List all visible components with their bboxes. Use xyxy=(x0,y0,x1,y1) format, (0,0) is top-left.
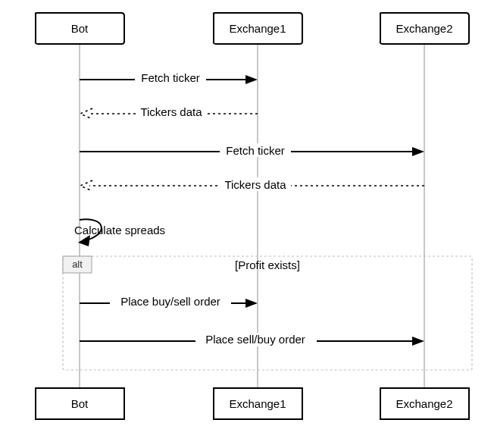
message-label: Fetch ticker xyxy=(141,71,200,84)
sequence-diagram: Bot Exchange1 Exchange2 Bot Exchange1 Ex… xyxy=(0,0,494,448)
message-fetch-ticker-2: Fetch ticker xyxy=(80,143,424,157)
participant-ex2-bottom: Exchange2 xyxy=(380,388,469,419)
alt-tag-label: alt xyxy=(72,258,83,270)
participant-bot-label-top: Bot xyxy=(71,22,89,35)
participant-ex1-bottom: Exchange1 xyxy=(214,388,302,419)
message-place-sell-buy: Place sell/buy order xyxy=(80,333,424,346)
participant-ex2-top: Exchange2 xyxy=(380,13,469,44)
arrow-left-open-icon xyxy=(80,180,92,191)
arrow-right-icon xyxy=(245,75,258,84)
participant-bot-top: Bot xyxy=(36,13,124,44)
participant-ex2-label-bottom: Exchange2 xyxy=(396,397,452,410)
message-label: Place buy/sell order xyxy=(120,295,220,308)
message-label: Calculate spreads xyxy=(74,224,165,237)
alt-fragment: alt [Profit exists] xyxy=(63,256,472,370)
arrow-right-icon xyxy=(412,147,424,156)
participant-bot-label-bottom: Bot xyxy=(71,397,89,410)
participant-ex1-label-bottom: Exchange1 xyxy=(229,397,286,410)
message-label: Tickers data xyxy=(140,105,202,118)
message-label: Place sell/buy order xyxy=(205,333,305,346)
message-tickers-data-1: Tickers data xyxy=(80,105,258,119)
arrow-right-icon xyxy=(412,337,424,346)
message-fetch-ticker-1: Fetch ticker xyxy=(80,71,258,85)
participant-bot-bottom: Bot xyxy=(36,388,124,419)
message-place-buy-sell: Place buy/sell order xyxy=(80,295,258,309)
alt-condition-label: [Profit exists] xyxy=(235,258,300,271)
arrow-right-icon xyxy=(245,299,258,308)
message-label: Fetch ticker xyxy=(226,144,285,157)
message-calculate-spreads: Calculate spreads xyxy=(74,219,165,246)
participant-ex2-label-top: Exchange2 xyxy=(396,22,452,35)
arrow-left-open-icon xyxy=(80,108,92,119)
participant-ex1-label-top: Exchange1 xyxy=(229,22,286,35)
message-label: Tickers data xyxy=(224,178,286,191)
message-tickers-data-2: Tickers data xyxy=(80,177,424,191)
svg-rect-8 xyxy=(63,256,472,370)
participant-ex1-top: Exchange1 xyxy=(214,13,302,44)
